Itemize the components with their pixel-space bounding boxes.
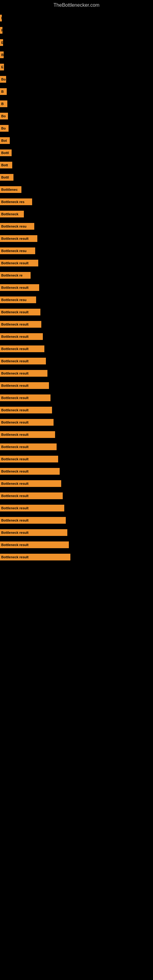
bar-label: Bottleneck result xyxy=(1,531,29,535)
bar-item: Bottleneck result xyxy=(0,370,48,377)
bar-row: Bottleneck result xyxy=(0,306,153,318)
bar-row: Bottleneck result xyxy=(0,478,153,489)
bar-item: F xyxy=(0,27,2,34)
bar-label: E xyxy=(1,65,3,69)
bar-row: I xyxy=(0,12,153,24)
bar-label: Bottl xyxy=(1,151,9,155)
bar-label: Bottleneck result xyxy=(1,335,29,339)
bar-item: Bottleneck resu xyxy=(0,296,36,303)
bar-label: Bottleneck result xyxy=(1,396,29,400)
bar-row: Bottleneck result xyxy=(0,527,153,538)
bar-item: Bottleneck resu xyxy=(0,223,34,230)
bar-label: Bottleneck result xyxy=(1,469,29,473)
bar-item: Bottleneck result xyxy=(0,517,66,524)
bar-label: B xyxy=(1,53,4,57)
bar-row: Bottleneck resu xyxy=(0,221,153,232)
bar-label: Bottleneck result xyxy=(1,323,29,326)
bar-item: Bottleneck result xyxy=(0,480,61,487)
bar-row: Bottleneck result xyxy=(0,404,153,416)
bar-item: Bot xyxy=(0,137,10,144)
bar-item: Bottleneck res xyxy=(0,199,32,205)
bar-label: Bottleneck result xyxy=(1,310,29,314)
bar-label: Bottleneck result xyxy=(1,347,29,351)
bar-row: B xyxy=(0,98,153,110)
bar-item: Bo xyxy=(0,113,8,119)
bar-item: Bottleneck result xyxy=(0,529,67,536)
bar-row: Bottleneck result xyxy=(0,551,153,563)
bar-label: Bott xyxy=(1,163,8,167)
bar-row: Bottleneck result xyxy=(0,514,153,526)
bar-row: Bottleneck result xyxy=(0,429,153,441)
bar-row: Bo xyxy=(0,73,153,85)
bar-item: Bottleneck result xyxy=(0,419,54,426)
bar-item: Bottleneck result xyxy=(0,309,40,315)
bar-item: Bottleneck result xyxy=(0,382,49,389)
bar-row: Bottleneck xyxy=(0,208,153,220)
bar-item: Bottleneck result xyxy=(0,431,55,438)
bar-item: Bo xyxy=(0,76,6,83)
bar-label: Bottleneck resu xyxy=(1,249,27,253)
bar-item: Bo xyxy=(0,125,9,132)
bar-label: Bottleneck result xyxy=(1,237,29,240)
bar-item: Bottleneck result xyxy=(0,284,39,291)
bar-label: Bottleneck result xyxy=(1,433,29,436)
bar-label: I xyxy=(1,16,2,20)
bar-label: Bottleneck result xyxy=(1,555,29,559)
bar-item: Bottleneck result xyxy=(0,444,57,450)
bar-label: B xyxy=(1,90,4,94)
bar-row: B xyxy=(0,86,153,97)
bar-label: Bottleneck resu xyxy=(1,298,27,302)
bar-item: Bottleneck result xyxy=(0,345,45,352)
bar-item: Botttlenec xyxy=(0,186,21,193)
bar-row: Bo xyxy=(0,110,153,122)
bar-row: Bottleneck result xyxy=(0,392,153,404)
bar-item: B xyxy=(0,51,4,58)
bar-item: B xyxy=(0,88,7,95)
bar-item: Bottleneck result xyxy=(0,358,46,364)
bar-item: Bottleneck result xyxy=(0,554,70,560)
bar-label: F xyxy=(1,29,2,32)
bar-row: Bottleneck result xyxy=(0,331,153,342)
bar-item: Bottleneck resu xyxy=(0,247,35,254)
bar-row: Bottleneck result xyxy=(0,343,153,355)
bar-row: Bottleneck result xyxy=(0,417,153,428)
bar-row: Bottl xyxy=(0,172,153,183)
bar-row: Bottleneck resu xyxy=(0,294,153,305)
bar-item: Bottleneck re xyxy=(0,272,30,279)
bar-row: Bottleneck result xyxy=(0,282,153,293)
bar-row: Botttlenec xyxy=(0,184,153,196)
bar-row: Bott xyxy=(0,159,153,171)
bar-row: Bottleneck result xyxy=(0,257,153,269)
bar-item: Bottleneck xyxy=(0,211,24,218)
bar-item: Bottleneck result xyxy=(0,407,52,414)
bars-container: IFEBEBoBBBoBoBotBottlBottBottlBotttlenec… xyxy=(0,9,153,563)
bar-item: Bottleneck result xyxy=(0,492,63,499)
bar-row: Bottleneck result xyxy=(0,490,153,502)
bar-row: B xyxy=(0,49,153,60)
bar-label: Bottleneck result xyxy=(1,286,29,290)
bar-label: Bo xyxy=(1,126,6,130)
bar-row: Bottleneck result xyxy=(0,368,153,379)
bar-row: Bottleneck result xyxy=(0,502,153,514)
bar-row: Bottleneck result xyxy=(0,441,153,453)
bar-label: Bottleneck resu xyxy=(1,224,27,228)
bar-item: B xyxy=(0,100,7,107)
bar-label: Bottleneck result xyxy=(1,494,29,498)
bar-row: Bottleneck re xyxy=(0,269,153,281)
bar-row: E xyxy=(0,37,153,48)
bar-label: Bottleneck result xyxy=(1,519,29,522)
bar-row: F xyxy=(0,24,153,36)
bar-item: Bottleneck result xyxy=(0,333,43,340)
bar-label: Bottleneck result xyxy=(1,482,29,485)
bar-row: Bottleneck result xyxy=(0,453,153,465)
bar-label: E xyxy=(1,41,3,45)
bar-label: Bottleneck result xyxy=(1,384,29,387)
bar-label: Bottleneck result xyxy=(1,408,29,412)
bar-item: Bottleneck result xyxy=(0,456,58,463)
bar-item: Bottleneck result xyxy=(0,541,69,548)
bar-item: Bottleneck result xyxy=(0,505,64,511)
bar-row: Bottleneck result xyxy=(0,380,153,391)
bar-item: Bottleneck result xyxy=(0,468,60,475)
bar-label: Bo xyxy=(1,78,6,81)
bar-label: Bottleneck result xyxy=(1,371,29,375)
